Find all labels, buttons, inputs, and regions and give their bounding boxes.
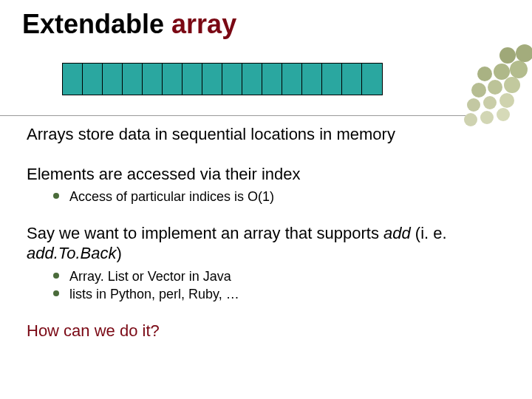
bullet-list-2: Array. List or Vector in Javalists in Py… (27, 268, 502, 303)
array-cell (322, 64, 342, 95)
p3-fn: add.To.Back (27, 244, 117, 262)
p3-text-b: (i. e. (411, 224, 447, 242)
array-cell (262, 64, 282, 95)
array-cell (222, 64, 242, 95)
p3-text-c: ) (117, 244, 122, 262)
slide: Extendable array Arrays store data in se… (0, 0, 532, 399)
array-cell (63, 64, 83, 95)
array-cell (183, 64, 202, 95)
deco-dot (516, 44, 532, 62)
deco-dot (499, 93, 514, 108)
deco-dot (510, 61, 528, 78)
p3-text-a: Say we want to implement an array that s… (27, 224, 383, 242)
deco-dot (499, 47, 516, 64)
list-item: lists in Python, perl, Ruby, … (53, 286, 502, 303)
deco-dot (497, 108, 510, 121)
array-cell (302, 64, 322, 95)
paragraph-4: How can we do it? (27, 321, 502, 341)
list-item: Array. List or Vector in Java (53, 268, 502, 285)
deco-dot (477, 66, 492, 81)
deco-dot (483, 96, 497, 109)
array-cell (123, 64, 143, 95)
array-cell (342, 64, 362, 95)
deco-dot (471, 83, 486, 98)
array-cell (362, 64, 382, 95)
body: Arrays store data in sequential location… (27, 124, 502, 360)
bullet-list-1: Access of particular indices is O(1) (27, 188, 502, 205)
deco-dot (488, 80, 502, 95)
deco-dot (467, 98, 480, 112)
array-cell (143, 64, 163, 95)
slide-title: Extendable array (22, 9, 236, 40)
deco-dot (494, 64, 510, 80)
array-cell (83, 64, 103, 95)
array-cell (242, 64, 262, 95)
paragraph-1: Arrays store data in sequential location… (27, 124, 502, 145)
array-diagram (62, 63, 383, 95)
title-accent: array (171, 9, 236, 39)
list-item: Access of particular indices is O(1) (53, 188, 502, 205)
array-cell (163, 64, 183, 95)
paragraph-3: Say we want to implement an array that s… (27, 223, 502, 264)
decorative-dots (464, 43, 522, 124)
deco-dot (504, 77, 520, 93)
title-underline (0, 115, 466, 116)
array-cell (202, 64, 222, 95)
title-plain: Extendable (22, 9, 171, 39)
deco-dot (480, 111, 494, 124)
array-cell (103, 64, 123, 95)
p3-add: add (383, 224, 411, 242)
array-cell (282, 64, 302, 95)
paragraph-2: Elements are accessed via their index (27, 164, 502, 185)
